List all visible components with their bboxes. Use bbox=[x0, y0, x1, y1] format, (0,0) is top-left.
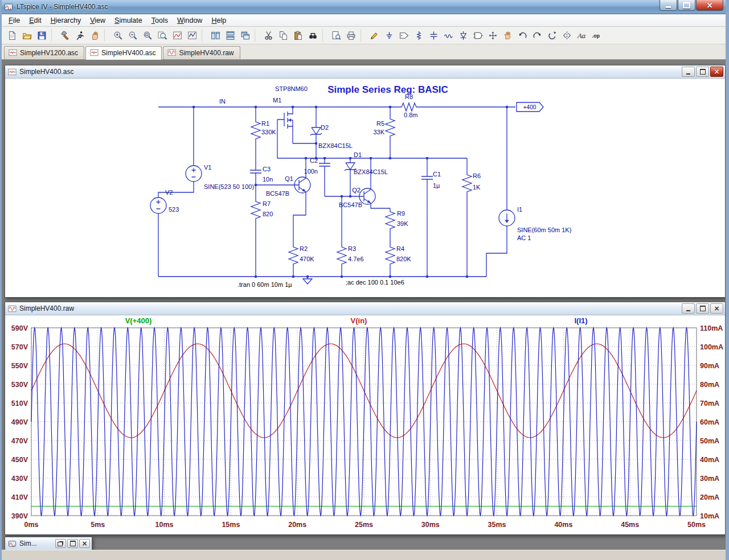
V2-symbol[interactable] bbox=[150, 197, 166, 213]
label-Q1-value[interactable]: BC547B bbox=[266, 190, 289, 197]
menu-tools[interactable]: Tools bbox=[147, 15, 173, 26]
waveform-maximize-button[interactable] bbox=[696, 303, 709, 314]
label-R4-value[interactable]: 820K bbox=[396, 256, 411, 262]
toolbar-undo-button[interactable] bbox=[515, 28, 530, 43]
schematic-canvas[interactable]: Simple Series Reg: BASIC IN +400 STP8NM6… bbox=[5, 79, 724, 297]
toolbar-place-resistor-button[interactable] bbox=[411, 28, 426, 43]
schematic-window-titlebar[interactable]: SimpleHV400.asc bbox=[5, 65, 725, 79]
label-R8-value[interactable]: 0.8m bbox=[404, 112, 417, 118]
menu-file[interactable]: File bbox=[4, 15, 24, 26]
menu-view[interactable]: View bbox=[85, 15, 110, 26]
label-D1-name[interactable]: D1 bbox=[354, 151, 362, 158]
label-I1-value[interactable]: SINE(60m 50m 1K) bbox=[517, 227, 571, 233]
label-C1-name[interactable]: C1 bbox=[433, 171, 441, 178]
toolbar-tile-vertically-button[interactable] bbox=[208, 28, 223, 43]
toolbar-autorange-y-axis-button[interactable] bbox=[170, 28, 185, 43]
menu-edit[interactable]: Edit bbox=[24, 15, 46, 26]
maximize-button[interactable] bbox=[678, 0, 695, 11]
R1-symbol[interactable] bbox=[251, 118, 260, 141]
waveform-minimize-button[interactable] bbox=[682, 303, 695, 314]
V1-symbol[interactable] bbox=[186, 166, 202, 182]
label-R8-name[interactable]: R8 bbox=[405, 93, 413, 100]
toolbar-zoom-to-fit-button[interactable] bbox=[155, 28, 170, 43]
minimized-window-titlebar[interactable]: Sim... bbox=[5, 537, 92, 550]
waveform-window-titlebar[interactable]: SimpleHV400.raw bbox=[5, 302, 725, 315]
label-I1-name[interactable]: I1 bbox=[517, 206, 522, 213]
D2-symbol[interactable] bbox=[310, 123, 322, 140]
schematic-heading[interactable]: Simple Series Reg: BASIC bbox=[327, 84, 448, 95]
net-label-in[interactable]: IN bbox=[219, 98, 226, 105]
label-R6-name[interactable]: R6 bbox=[473, 172, 481, 179]
toolbar-place-component-button[interactable] bbox=[470, 28, 485, 43]
minimized-maximize-button[interactable] bbox=[67, 539, 78, 548]
label-I1-ac[interactable]: AC 1 bbox=[517, 234, 531, 241]
label-Q2-value[interactable]: BC547B bbox=[339, 201, 362, 208]
toolbar-run-simulation-button[interactable] bbox=[72, 28, 87, 43]
label-R6-value[interactable]: 1K bbox=[473, 184, 481, 191]
toolbar-place-ground-button[interactable] bbox=[382, 28, 396, 43]
waveform-close-button[interactable] bbox=[710, 303, 723, 314]
toolbar-control-panel-button[interactable] bbox=[58, 28, 72, 43]
toolbar-plot-pane-button[interactable] bbox=[185, 28, 199, 43]
minimized-restore-button[interactable] bbox=[55, 539, 66, 548]
Q1-symbol[interactable] bbox=[293, 177, 310, 193]
label-R1-value[interactable]: 330K bbox=[261, 129, 276, 135]
label-C3-name[interactable]: C3 bbox=[263, 166, 271, 172]
label-M1-value[interactable]: STP8NM60 bbox=[275, 85, 308, 92]
minimized-close-button[interactable] bbox=[79, 539, 90, 548]
R3-symbol[interactable] bbox=[337, 244, 346, 266]
toolbar-move-button[interactable] bbox=[485, 28, 500, 43]
close-button[interactable] bbox=[696, 0, 723, 11]
toolbar-zoom-full-extents-button[interactable] bbox=[140, 28, 155, 43]
toolbar-draw-wire-button[interactable] bbox=[367, 28, 382, 43]
label-R1-name[interactable]: R1 bbox=[261, 120, 269, 127]
label-V1-value[interactable]: SINE(523 50 100) bbox=[204, 183, 254, 190]
menu-help[interactable]: Help bbox=[207, 15, 231, 26]
waveform-plot-area[interactable]: 590V570V550V530V510V490V470V450V430V410V… bbox=[5, 315, 725, 534]
label-R4-name[interactable]: R4 bbox=[396, 245, 404, 252]
label-D1-value[interactable]: BZX84C15L bbox=[354, 168, 388, 175]
label-Q1-name[interactable]: Q1 bbox=[285, 175, 293, 182]
label-R7-name[interactable]: R7 bbox=[263, 200, 271, 207]
toolbar-mirror-button[interactable] bbox=[559, 28, 574, 43]
R8-symbol[interactable] bbox=[399, 103, 419, 111]
waveform-plot[interactable]: 590V570V550V530V510V490V470V450V430V410V… bbox=[5, 315, 724, 534]
schematic-maximize-button[interactable] bbox=[696, 67, 709, 77]
toolbar-redo-button[interactable] bbox=[530, 28, 544, 43]
label-R9-value[interactable]: 39K bbox=[397, 220, 408, 227]
toolbar-zoom-out-button[interactable] bbox=[125, 28, 140, 43]
label-R9-name[interactable]: R9 bbox=[397, 210, 405, 217]
toolbar-cascade-windows-button[interactable] bbox=[237, 28, 252, 43]
C2-symbol[interactable] bbox=[319, 158, 330, 171]
M1-mosfet-symbol[interactable] bbox=[277, 107, 293, 158]
toolbar-find-button[interactable] bbox=[305, 28, 320, 43]
directive-tran[interactable]: .tran 0 60m 10m 1µ bbox=[237, 281, 292, 288]
menu-window[interactable]: Window bbox=[173, 15, 207, 26]
minimized-window[interactable]: Sim... bbox=[5, 537, 92, 550]
C1-symbol[interactable] bbox=[421, 171, 433, 184]
legend-ii1[interactable]: I(I1) bbox=[574, 316, 587, 325]
net-label-out[interactable]: +400 bbox=[523, 104, 536, 110]
toolbar-place-inductor-button[interactable] bbox=[441, 28, 456, 43]
toolbar-paste-button[interactable] bbox=[290, 28, 305, 43]
directive-ac[interactable]: ;ac dec 100 0.1 10e6 bbox=[346, 279, 404, 286]
R4-symbol[interactable] bbox=[386, 244, 395, 266]
menu-hierarchy[interactable]: Hierarchy bbox=[46, 15, 86, 26]
label-R5-value[interactable]: 33K bbox=[373, 129, 384, 135]
label-R2-value[interactable]: 470K bbox=[300, 256, 314, 262]
legend-v+400[interactable]: V(+400) bbox=[125, 316, 152, 325]
schematic-window[interactable]: SimpleHV400.asc bbox=[5, 65, 726, 298]
I1-symbol[interactable] bbox=[499, 210, 515, 226]
toolbar-new-schematic-button[interactable] bbox=[5, 28, 19, 43]
toolbar-open-file-button[interactable] bbox=[19, 28, 34, 43]
label-R3-value[interactable]: 4.7e6 bbox=[348, 256, 364, 262]
label-C1-value[interactable]: 1µ bbox=[433, 182, 440, 189]
toolbar-halt-simulation-button[interactable] bbox=[87, 28, 102, 43]
titlebar[interactable]: LTspice IV - SimpleHV400.asc bbox=[2, 0, 726, 14]
label-R3-name[interactable]: R3 bbox=[348, 245, 356, 252]
legend-vin[interactable]: V(in) bbox=[351, 316, 367, 325]
toolbar-drag-button[interactable] bbox=[500, 28, 515, 43]
R5-symbol[interactable] bbox=[386, 116, 395, 138]
toolbar-place-capacitor-button[interactable] bbox=[426, 28, 441, 43]
toolbar-cut-button[interactable] bbox=[261, 28, 276, 43]
